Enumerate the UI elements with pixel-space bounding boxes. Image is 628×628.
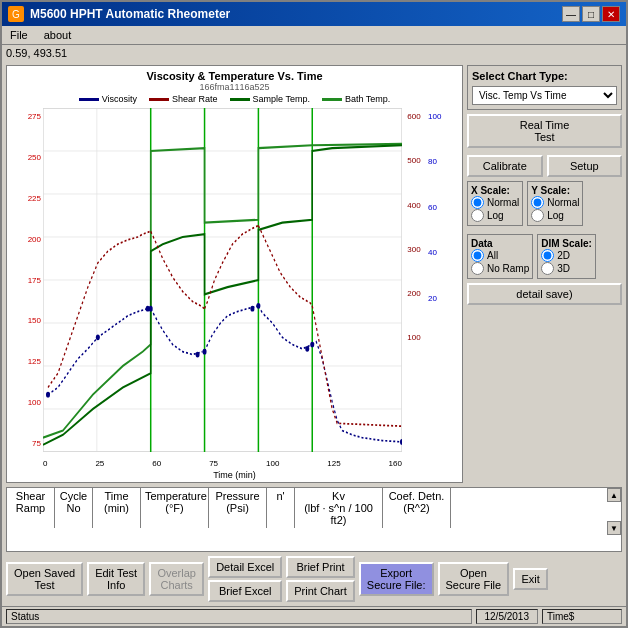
chart-type-select[interactable]: Visc. Temp Vs Time Viscosity Vs Temp She… [472,86,617,105]
y-normal-label: Normal [547,197,579,208]
setup-button[interactable]: Setup [547,155,623,177]
th-cycle-no: CycleNo [55,488,93,528]
close-button[interactable]: ✕ [602,6,620,22]
th-coef-detn: Coef. Detn.(R^2) [383,488,451,528]
y-log-radio-row: Log [531,209,579,222]
th-shear-ramp: ShearRamp [7,488,55,528]
chart-legend: Viscosity Shear Rate Sample Temp. Bath T… [7,92,462,106]
y-axis-right: 100 80 60 40 20 [426,108,454,452]
minimize-button[interactable]: — [562,6,580,22]
menu-file[interactable]: File [6,28,32,42]
legend-sample-temp: Sample Temp. [230,94,310,104]
main-window: G M5600 HPHT Automatic Rheometer — □ ✕ F… [0,0,628,628]
chart-subtitle: 166fma1116a525 [7,82,462,92]
svg-point-29 [310,342,314,348]
chart-title: Viscosity & Temperature Vs. Time [7,66,462,82]
data-noramp-radio[interactable] [471,262,484,275]
legend-bath-temp: Bath Temp. [322,94,390,104]
chart-type-section: Select Chart Type: Visc. Temp Vs Time Vi… [467,65,622,110]
data-table: ShearRamp CycleNo Time(min) Temperature(… [6,487,622,552]
svg-point-25 [203,349,207,355]
y-normal-radio-row: Normal [531,196,579,209]
dim-3d-label: 3D [557,263,570,274]
overlap-charts-button[interactable]: OverlapCharts [149,562,204,596]
calibrate-button[interactable]: Calibrate [467,155,543,177]
button-bar: Open SavedTest Edit TestInfo OverlapChar… [2,552,626,606]
x-scale-label: X Scale: [471,185,519,196]
scroll-down-btn[interactable]: ▼ [607,521,621,535]
data-section: Data All No Ramp [467,234,533,279]
dim-2d-label: 2D [557,250,570,261]
data-all-radio[interactable] [471,249,484,262]
svg-point-24 [196,352,200,358]
brief-print-button[interactable]: Brief Print [286,556,355,578]
y-log-radio[interactable] [531,209,544,222]
title-bar: G M5600 HPHT Automatic Rheometer — □ ✕ [2,2,626,26]
status-text: Status [6,609,472,624]
detail-save-button[interactable]: detail save) [467,283,622,305]
dim-scale-section: DIM Scale: 2D 3D [537,234,596,279]
x-scale-section: X Scale: Normal Log [467,181,523,226]
data-dim-section: Data All No Ramp DIM Scale: 2D [467,234,622,279]
y-scale-section: Y Scale: Normal Log [527,181,583,226]
dim-2d-radio-row: 2D [541,249,592,262]
export-secure-file-button[interactable]: ExportSecure File: [359,562,434,596]
y-axis-left: 275 250 225 200 175 150 125 100 75 [15,108,43,452]
data-noramp-label: No Ramp [487,263,529,274]
status-time: Time$ [542,609,622,624]
x-normal-radio[interactable] [471,196,484,209]
right-panel: Select Chart Type: Visc. Temp Vs Time Vi… [467,65,622,483]
y-axis-viscosity: 600 500 400 300 200 100 [402,108,426,452]
real-time-test-button[interactable]: Real TimeTest [467,114,622,148]
chart-type-label: Select Chart Type: [472,70,617,82]
th-n: n' [267,488,295,528]
bottom-area: ShearRamp CycleNo Time(min) Temperature(… [2,487,626,626]
svg-point-28 [305,346,309,352]
x-axis-labels: 0 25 60 75 100 125 160 [43,459,402,468]
y-log-label: Log [547,210,564,221]
dim-3d-radio[interactable] [541,262,554,275]
svg-point-21 [96,334,100,340]
detail-excel-button[interactable]: Detail Excel [208,556,282,578]
calibrate-setup-row: Calibrate Setup [467,155,622,177]
scroll-up-btn[interactable]: ▲ [607,488,621,502]
dim-scale-label: DIM Scale: [541,238,592,249]
chart-svg [43,108,402,452]
edit-test-info-button[interactable]: Edit TestInfo [87,562,145,596]
x-normal-label: Normal [487,197,519,208]
y-scale-label: Y Scale: [531,185,579,196]
app-icon: G [8,6,24,22]
legend-viscosity: Viscosity [79,94,137,104]
maximize-button[interactable]: □ [582,6,600,22]
dim-3d-radio-row: 3D [541,262,592,275]
th-time: Time(min) [93,488,141,528]
legend-shear-rate: Shear Rate [149,94,218,104]
open-saved-test-button[interactable]: Open SavedTest [6,562,83,596]
excel-print-group: Detail Excel Brief Excel [208,556,282,602]
chart-area: Viscosity & Temperature Vs. Time 166fma1… [6,65,463,483]
menu-bar: File about [2,26,626,45]
data-noramp-radio-row: No Ramp [471,262,529,275]
x-log-radio[interactable] [471,209,484,222]
open-secure-file-button[interactable]: OpenSecure File [438,562,510,596]
svg-point-26 [250,306,254,312]
data-label: Data [471,238,529,249]
data-all-radio-row: All [471,249,529,262]
svg-point-20 [46,392,50,398]
scales-section: X Scale: Normal Log Y Scale: Normal [467,181,622,230]
window-title: M5600 HPHT Automatic Rheometer [30,7,230,21]
print-chart-button[interactable]: Print Chart [286,580,355,602]
dim-2d-radio[interactable] [541,249,554,262]
y-normal-radio[interactable] [531,196,544,209]
th-temperature: Temperature(°F) [141,488,209,528]
coordinates-display: 0.59, 493.51 [2,45,626,61]
th-pressure: Pressure(Psi) [209,488,267,528]
x-log-radio-row: Log [471,209,519,222]
main-content: Viscosity & Temperature Vs. Time 166fma1… [2,61,626,487]
menu-about[interactable]: about [40,28,76,42]
brief-excel-button[interactable]: Brief Excel [208,580,282,602]
x-axis-title: Time (min) [7,470,462,480]
exit-button[interactable]: Exit [513,568,548,590]
x-log-label: Log [487,210,504,221]
data-all-label: All [487,250,498,261]
